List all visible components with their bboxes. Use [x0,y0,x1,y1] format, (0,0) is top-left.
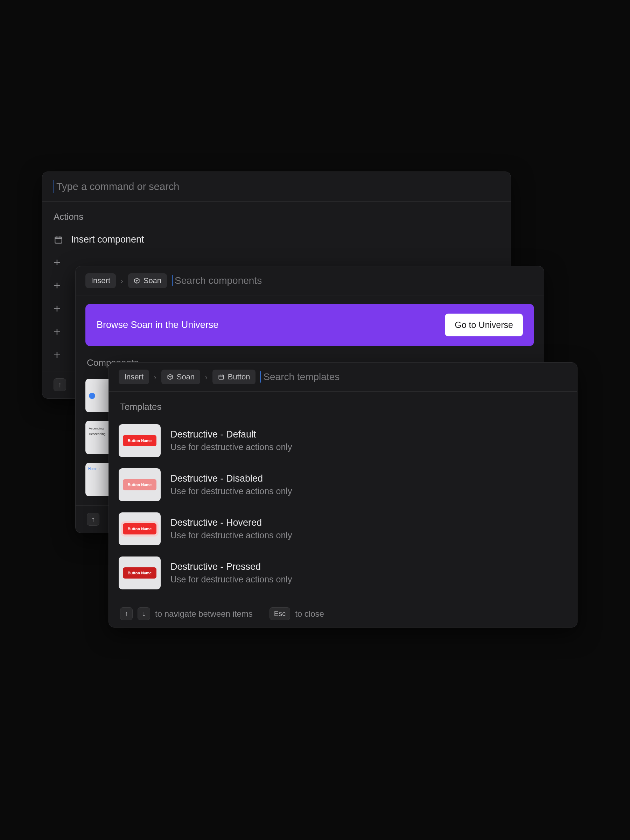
template-item[interactable]: Button NameDestructive - PressedUse for … [109,551,577,595]
template-description: Use for destructive actions only [171,442,292,452]
footer-close-text: to close [295,609,324,619]
action-insert-component[interactable]: Insert component [43,229,511,251]
calendar-icon [218,374,224,380]
panel-footer: ↑ ↓ to navigate between items Esc to clo… [109,600,577,627]
action-label: Insert component [71,234,144,245]
key-up: ↑ [54,378,66,391]
command-search-row[interactable]: Type a command or search [43,172,511,202]
plus-icon: + [54,279,60,291]
breadcrumb-button[interactable]: Button [212,369,256,384]
template-item[interactable]: Button NameDestructive - HoveredUse for … [109,507,577,551]
template-description: Use for destructive actions only [171,486,292,496]
plus-icon: + [54,349,60,360]
template-list: Button NameDestructive - DefaultUse for … [109,418,577,595]
command-search-placeholder: Type a command or search [56,181,179,193]
template-description: Use for destructive actions only [171,574,292,584]
template-thumbnail: Button Name [118,512,161,545]
breadcrumb-soan[interactable]: Soan [128,273,167,288]
chevron-right-icon: › [154,373,156,381]
svg-rect-1 [219,375,224,379]
breadcrumb-insert[interactable]: Insert [85,273,116,288]
actions-section-label: Actions [43,202,511,229]
banner-text: Browse Soan in the Universe [96,319,218,330]
button-preview: Button Name [123,523,156,534]
package-icon [134,278,140,284]
text-caret [261,371,261,382]
plus-icon: + [54,256,60,268]
template-description: Use for destructive actions only [171,530,292,540]
template-title: Destructive - Pressed [171,561,292,572]
key-up: ↑ [87,513,99,526]
text-caret [54,180,54,193]
template-item[interactable]: Button NameDestructive - DefaultUse for … [109,418,577,463]
button-preview: Button Name [123,479,156,490]
templates-section-label: Templates [109,392,577,418]
template-title: Destructive - Default [171,429,292,440]
template-title: Destructive - Hovered [171,517,292,528]
breadcrumb-row: Insert › Soan › Button Search templates [109,363,577,392]
component-search-placeholder: Search components [175,275,262,286]
calendar-icon [54,235,63,245]
template-title: Destructive - Disabled [171,473,292,484]
template-item[interactable]: Button NameDestructive - DisabledUse for… [109,463,577,507]
button-preview: Button Name [123,567,156,579]
template-search[interactable]: Search templates [261,371,339,382]
breadcrumb-row: Insert › Soan Search components [76,266,544,295]
template-browser-panel: Insert › Soan › Button Search templates … [109,362,578,628]
component-search[interactable]: Search components [172,275,262,286]
text-caret [172,275,172,286]
key-up: ↑ [120,607,133,620]
breadcrumb-insert[interactable]: Insert [118,369,149,384]
universe-banner: Browse Soan in the Universe Go to Univer… [85,304,534,346]
svg-rect-0 [55,237,62,243]
template-thumbnail: Button Name [118,424,161,457]
template-search-placeholder: Search templates [263,371,339,382]
package-icon [167,374,173,380]
chevron-right-icon: › [121,277,123,285]
go-to-universe-button[interactable]: Go to Universe [445,314,523,336]
template-thumbnail: Button Name [118,556,161,589]
chevron-right-icon: › [205,373,208,381]
breadcrumb-soan[interactable]: Soan [161,369,200,384]
plus-icon: + [54,325,60,337]
key-down: ↓ [137,607,150,620]
button-preview: Button Name [123,435,156,446]
key-esc: Esc [270,607,290,620]
template-thumbnail: Button Name [118,468,161,501]
footer-nav-text: to navigate between items [155,609,253,619]
plus-icon: + [54,302,60,314]
